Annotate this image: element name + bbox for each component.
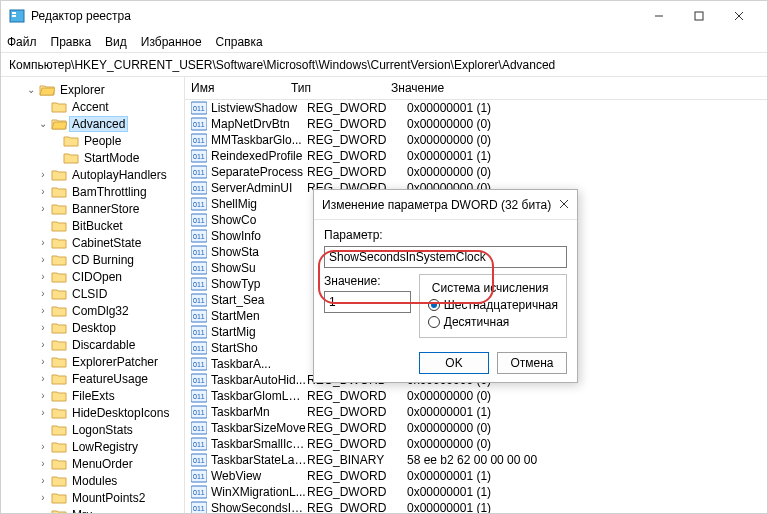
svg-text:011: 011 [193,345,205,352]
value-type: REG_DWORD [307,485,407,499]
value-name: StartMen [211,309,307,323]
tree-item[interactable]: StartMode [1,149,184,166]
dword-icon: 011 [191,277,207,291]
tree-item[interactable]: ›HideDesktopIcons [1,404,184,421]
tree-item[interactable]: ›FileExts [1,387,184,404]
list-item[interactable]: 011MapNetDrvBtnREG_DWORD0x00000000 (0) [185,116,767,132]
tree-pane[interactable]: ⌄ExplorerAccent⌄AdvancedPeopleStartMode›… [1,77,185,513]
tree-item[interactable]: ⌄Explorer [1,81,184,98]
tree-item[interactable]: ›LowRegistry [1,438,184,455]
radio-hex[interactable]: Шестнадцатеричная [428,298,558,312]
value-name: SeparateProcess [211,165,307,179]
cancel-button[interactable]: Отмена [497,352,567,374]
folder-icon [51,457,67,471]
tree-item[interactable]: ›CIDOpen [1,268,184,285]
tree-item[interactable]: Mru [1,506,184,513]
tree-item[interactable]: Accent [1,98,184,115]
tree-item[interactable]: ›MenuOrder [1,455,184,472]
address-input[interactable] [7,56,761,74]
tree-item[interactable]: LogonStats [1,421,184,438]
list-item[interactable]: 011TaskbarGlomLevelREG_DWORD0x00000000 (… [185,388,767,404]
folder-icon [51,287,67,301]
close-button[interactable] [719,1,759,31]
dword-icon: 011 [191,101,207,115]
menu-view[interactable]: Вид [105,35,127,49]
list-item[interactable]: 011ListviewShadowREG_DWORD0x00000001 (1) [185,100,767,116]
menu-file[interactable]: Файл [7,35,37,49]
value-data: 58 ee b2 62 00 00 00 00 [407,453,761,467]
caret-icon: › [37,169,49,180]
folder-icon [51,219,67,233]
tree-item[interactable]: ›BannerStore [1,200,184,217]
tree-item[interactable]: ›Desktop [1,319,184,336]
tree-item[interactable]: ›BamThrottling [1,183,184,200]
tree-item[interactable]: ›Discardable [1,336,184,353]
tree-item-label: ComDlg32 [69,303,132,319]
list-item[interactable]: 011ShowSecondsIn...REG_DWORD0x00000001 (… [185,500,767,513]
dialog-close-button[interactable] [559,198,569,212]
tree-item[interactable]: ›CabinetState [1,234,184,251]
tree-item[interactable]: ⌄Advanced [1,115,184,132]
svg-text:011: 011 [193,233,205,240]
svg-text:011: 011 [193,489,205,496]
col-value[interactable]: Значение [391,81,761,95]
folder-icon [63,134,79,148]
tree-item-label: Modules [69,473,120,489]
list-header: Имя Тип Значение [185,77,767,100]
svg-text:011: 011 [193,393,205,400]
tree-item-label: AutoplayHandlers [69,167,170,183]
minimize-button[interactable] [639,1,679,31]
value-name: ListviewShadow [211,101,307,115]
tree-item-label: Advanced [69,116,128,132]
tree-item[interactable]: ›ExplorerPatcher [1,353,184,370]
value-name: ShowSta [211,245,307,259]
menu-edit[interactable]: Правка [51,35,92,49]
list-item[interactable]: 011WebViewREG_DWORD0x00000001 (1) [185,468,767,484]
tree-item-label: StartMode [81,150,142,166]
maximize-button[interactable] [679,1,719,31]
tree-item[interactable]: ›CLSID [1,285,184,302]
param-name-input[interactable] [324,246,567,268]
folder-icon [51,253,67,267]
col-type[interactable]: Тип [291,81,391,95]
tree-item[interactable]: ›Modules [1,472,184,489]
radio-dec[interactable]: Десятичная [428,315,558,329]
value-type: REG_DWORD [307,117,407,131]
svg-text:011: 011 [193,217,205,224]
folder-icon [51,423,67,437]
list-item[interactable]: 011ReindexedProfileREG_DWORD0x00000001 (… [185,148,767,164]
tree-item[interactable]: ›AutoplayHandlers [1,166,184,183]
tree-item[interactable]: ›ComDlg32 [1,302,184,319]
ok-button[interactable]: OK [419,352,489,374]
dword-icon: 011 [191,309,207,323]
list-item[interactable]: 011TaskbarSmallIconsREG_DWORD0x00000000 … [185,436,767,452]
tree-item[interactable]: ›MountPoints2 [1,489,184,506]
value-type: REG_DWORD [307,149,407,163]
list-item[interactable]: 011WinXMigrationL...REG_DWORD0x00000001 … [185,484,767,500]
list-item[interactable]: 011MMTaskbarGlo...REG_DWORD0x00000000 (0… [185,132,767,148]
value-input[interactable] [324,291,411,313]
menu-fav[interactable]: Избранное [141,35,202,49]
radio-hex-icon [428,299,440,311]
caret-icon: › [37,203,49,214]
menu-help[interactable]: Справка [216,35,263,49]
dword-icon: 011 [191,389,207,403]
tree-item[interactable]: ›FeatureUsage [1,370,184,387]
folder-icon [51,100,67,114]
value-type: REG_DWORD [307,133,407,147]
tree-item-label: Discardable [69,337,138,353]
folder-icon [51,491,67,505]
col-name[interactable]: Имя [191,81,291,95]
list-item[interactable]: 011TaskbarStateLast...REG_BINARY58 ee b2… [185,452,767,468]
tree-item[interactable]: ›CD Burning [1,251,184,268]
list-item[interactable]: 011TaskbarSizeMoveREG_DWORD0x00000000 (0… [185,420,767,436]
folder-icon [51,236,67,250]
svg-text:011: 011 [193,425,205,432]
dword-icon: 011 [191,293,207,307]
caret-icon: › [37,492,49,503]
list-item[interactable]: 011SeparateProcessREG_DWORD0x00000000 (0… [185,164,767,180]
tree-item[interactable]: People [1,132,184,149]
list-item[interactable]: 011TaskbarMnREG_DWORD0x00000001 (1) [185,404,767,420]
tree-item[interactable]: BitBucket [1,217,184,234]
menubar: Файл Правка Вид Избранное Справка [1,31,767,53]
